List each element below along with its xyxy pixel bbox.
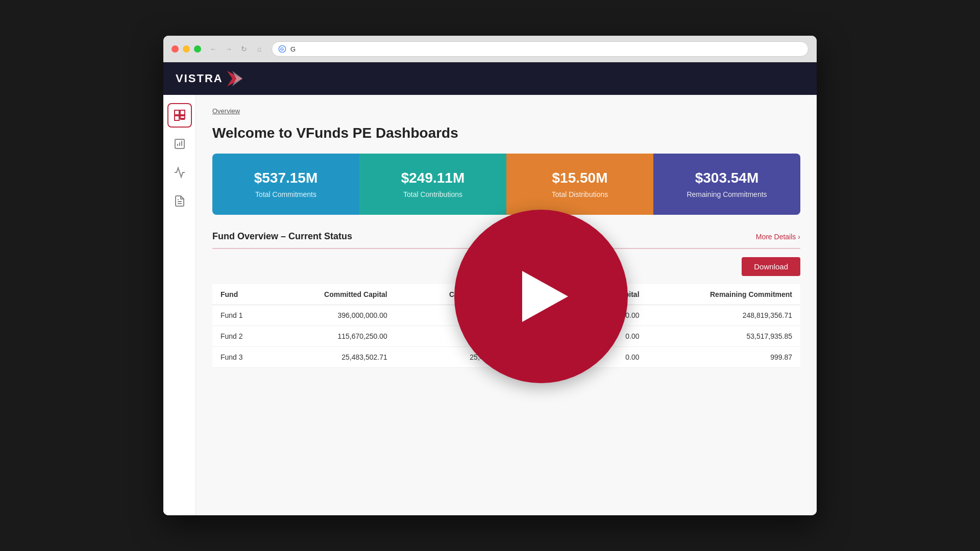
svg-rect-5 — [180, 110, 185, 115]
logo-area: VISTRA — [176, 71, 242, 86]
fund-1-committed: 396,000,000.00 — [272, 305, 396, 326]
svg-rect-6 — [175, 116, 179, 120]
forward-button[interactable]: → — [223, 43, 235, 55]
close-button[interactable] — [172, 45, 179, 53]
remaining-commitments-label: Remaining Commitments — [687, 190, 767, 198]
vistra-logo-icon — [227, 71, 242, 86]
fund-3-remaining: 999.87 — [648, 347, 800, 368]
total-contributions-value: $249.11M — [401, 170, 465, 186]
fund-2-remaining: 53,517,935.85 — [648, 326, 800, 347]
metric-card-remaining: $303.54M Remaining Commitments — [653, 154, 800, 215]
breadcrumb[interactable]: Overview — [212, 107, 800, 115]
fund-3-name: Fund 3 — [212, 347, 272, 368]
address-bar[interactable]: G — [272, 41, 808, 57]
reload-button[interactable]: ↻ — [238, 43, 250, 55]
play-icon — [522, 271, 568, 322]
sidebar-item-analytics[interactable] — [167, 160, 192, 185]
total-contributions-label: Total Contributions — [403, 190, 462, 198]
metric-card-commitments: $537.15M Total Commitments — [212, 154, 359, 215]
sidebar-item-documents[interactable] — [167, 189, 192, 213]
svg-text:G: G — [280, 46, 284, 52]
fund-1-name: Fund 1 — [212, 305, 272, 326]
fund-3-committed: 25,483,502.71 — [272, 347, 396, 368]
col-remaining: Remaining Commitment — [648, 284, 800, 305]
home-button[interactable]: ⌂ — [253, 43, 265, 55]
metric-card-distributions: $15.50M Total Distributions — [506, 154, 653, 215]
svg-rect-7 — [180, 116, 185, 118]
google-icon: G — [278, 45, 286, 53]
sidebar-item-reports[interactable] — [167, 132, 192, 156]
metric-card-contributions: $249.11M Total Contributions — [359, 154, 506, 215]
download-button[interactable]: Download — [742, 257, 800, 276]
dashboard-icon — [174, 109, 186, 121]
chevron-right-icon: › — [798, 233, 800, 241]
analytics-icon — [174, 166, 186, 179]
traffic-lights — [172, 45, 201, 53]
total-commitments-label: Total Commitments — [255, 190, 316, 198]
documents-icon — [174, 195, 186, 207]
metric-cards: $537.15M Total Commitments $249.11M Tota… — [212, 154, 800, 215]
fund-1-remaining: 248,819,356.71 — [648, 305, 800, 326]
total-commitments-value: $537.15M — [254, 170, 318, 186]
remaining-commitments-value: $303.54M — [695, 170, 759, 186]
total-distributions-label: Total Distributions — [552, 190, 608, 198]
section-title: Fund Overview – Current Status — [212, 231, 352, 242]
svg-rect-4 — [175, 110, 179, 115]
col-fund: Fund — [212, 284, 272, 305]
browser-window: ← → ↻ ⌂ G VISTRA — [163, 36, 817, 515]
sidebar — [163, 95, 196, 515]
content-area: Overview Welcome to VFunds PE Dashboards… — [196, 95, 817, 515]
maximize-button[interactable] — [194, 45, 201, 53]
top-navbar: VISTRA — [163, 62, 817, 95]
logo-text: VISTRA — [176, 72, 223, 85]
video-play-overlay[interactable] — [454, 210, 628, 383]
app-container: VISTRA — [163, 62, 817, 515]
more-details-label: More Details — [756, 233, 796, 241]
fund-2-committed: 115,670,250.00 — [272, 326, 396, 347]
back-button[interactable]: ← — [207, 43, 219, 55]
browser-nav: ← → ↻ ⌂ — [207, 43, 265, 55]
main-layout: Overview Welcome to VFunds PE Dashboards… — [163, 95, 817, 515]
total-distributions-value: $15.50M — [552, 170, 608, 186]
fund-2-name: Fund 2 — [212, 326, 272, 347]
reports-icon — [174, 138, 186, 150]
minimize-button[interactable] — [183, 45, 190, 53]
sidebar-item-dashboard[interactable] — [167, 103, 192, 128]
page-title: Welcome to VFunds PE Dashboards — [212, 125, 800, 141]
more-details-link[interactable]: More Details › — [756, 233, 800, 241]
url-input[interactable] — [290, 45, 802, 53]
browser-titlebar: ← → ↻ ⌂ G — [163, 36, 817, 62]
col-committed: Committed Capital — [272, 284, 396, 305]
